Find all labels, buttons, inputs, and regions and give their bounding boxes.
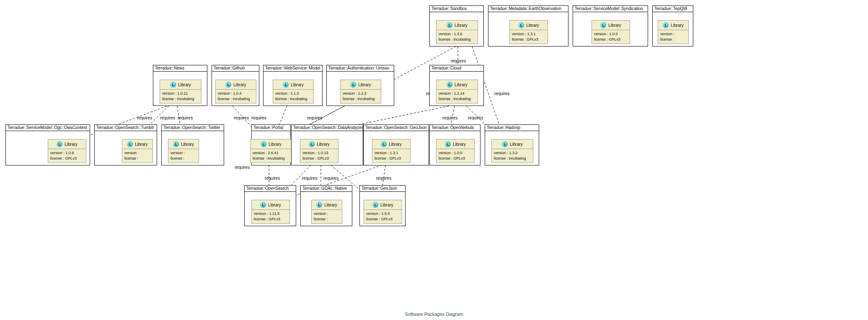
requires-label: requires [323,176,338,181]
library-icon: L [445,141,451,147]
library-icon: L [260,202,266,208]
package-title: Terradue::Authentication::Umsso [327,65,394,72]
library-label: Library [181,142,194,147]
diagram-canvas: requires requires requires requires requ… [0,0,868,320]
library-icon: L [316,202,322,208]
library-label: Library [269,142,282,147]
package-news[interactable]: Terradue::News LLibrary version : 1.0.11… [153,65,207,106]
library-box[interactable]: LLibrary version : 1.2.14license : incub… [436,80,478,103]
library-box[interactable]: LLibrary version : 1.0.13license : GPLv3 [300,139,338,163]
package-title: Terradue::GeoJson [360,186,405,192]
library-label: Library [324,203,337,207]
library-icon: L [283,82,289,88]
package-title: Terradue::ServiceModel::Syndication [573,6,648,12]
package-osgeojson[interactable]: Terradue::OpenSearch::GeoJson LLibrary v… [363,124,429,165]
library-box[interactable]: LLibrary version : 1.0.0license : GPLv3 [436,139,475,163]
package-title: Terradue::Sandbox [430,6,483,12]
package-tumblr[interactable]: Terradue::OpenSearch::Tumblr LLibrary ve… [94,124,157,165]
library-label: Library [389,142,402,147]
library-box[interactable]: LLibrary version : 1.1.3license : incuba… [273,80,314,103]
library-icon: L [518,22,524,28]
package-title: Terradue::ServiceModel::Ogc::OwsContext [6,125,90,131]
package-geojson[interactable]: Terradue::GeoJson LLibrary version : 1.5… [359,185,406,226]
package-title: Terradue::Cloud [430,65,483,72]
library-icon: L [447,82,452,88]
package-title: Terradue::Github [212,65,259,72]
library-icon: L [261,141,266,147]
requires-label: requires [302,176,317,181]
package-title: Terradue::OpenSearch::Twitter [162,125,224,131]
requires-label: requires [265,176,280,181]
library-box[interactable]: LLibrary version : 1.11.5license : GPLv3 [251,200,290,224]
library-label: Library [453,142,466,147]
package-hadoop[interactable]: Terradue::Hadoop LLibrary version : 1.3.… [485,124,539,165]
library-box[interactable]: LLibrary version : 1.3.2license : incuba… [491,139,533,163]
package-tepqw[interactable]: Terradue::TepQW LLibrary version : licen… [652,5,693,46]
library-label: Library [135,142,148,147]
requires-label: requires [235,165,250,170]
library-icon: L [372,202,378,208]
requires-label: requires [442,116,457,120]
requires-label: requires [251,116,266,120]
library-icon: L [225,82,231,88]
library-label: Library [178,83,191,87]
package-dataanalyzer[interactable]: Terradue::OpenSearch::DataAnalyzer LLibr… [291,124,363,165]
requires-label: requires [234,116,249,120]
package-owscontext[interactable]: Terradue::ServiceModel::Ogc::OwsContext … [5,124,90,165]
package-title: Terradue::OpenSearch::GeoJson [364,125,429,131]
library-box[interactable]: LLibrary version : 1.0.6license : GPLv3 [48,139,86,163]
package-github[interactable]: Terradue::Github LLibrary version : 1.0.… [212,65,259,106]
library-icon: L [600,22,606,28]
library-box[interactable]: LLibrary version : license : [168,139,199,163]
library-label: Library [608,23,621,28]
library-box[interactable]: LLibrary version : 1.3.1license : GPLv3 [372,139,411,163]
library-icon: L [381,141,387,147]
package-opennebula[interactable]: Terradue::OpenNebula LLibrary version : … [429,124,480,165]
package-webservice[interactable]: Terradue::WebService::Model LLibrary ver… [263,65,323,106]
package-gdalnative[interactable]: Terradue::GDAL::Native LLibrary version … [300,185,352,226]
library-box[interactable]: LLibrary version : 1.3.1license : GPLv3 [509,20,548,44]
library-icon: L [502,141,508,147]
package-metadata[interactable]: Terradue::Metadata::EarthObservation LLi… [488,5,568,46]
library-box[interactable]: LLibrary version : 1.2.3license : incuba… [340,80,381,103]
package-title: Terradue::OpenNebula [430,125,480,131]
package-sandbox[interactable]: Terradue::Sandbox LLibrary version : 1.3… [429,5,484,46]
library-label: Library [358,83,371,87]
package-cloud[interactable]: Terradue::Cloud LLibrary version : 1.2.1… [429,65,484,106]
library-icon: L [170,82,176,88]
requires-label: requires [494,91,509,96]
library-icon: L [350,82,356,88]
library-label: Library [65,142,78,147]
library-label: Library [526,23,539,28]
library-box[interactable]: LLibrary version : license : [122,139,153,163]
library-icon: L [663,22,669,28]
library-label: Library [233,83,246,87]
library-icon: L [57,141,62,147]
requires-label: requires [137,116,152,120]
library-box[interactable]: LLibrary version : license : [311,200,342,224]
library-box[interactable]: LLibrary version : 1.5.5license : GPLv3 [364,200,402,224]
library-box[interactable]: LLibrary version : 1.3.6license : incuba… [436,20,478,44]
library-box[interactable]: LLibrary version : 1.0.11license : incub… [160,80,202,103]
package-title: Terradue::Hadoop [485,125,539,131]
library-label: Library [291,83,304,87]
library-icon: L [173,141,179,147]
package-syndication[interactable]: Terradue::ServiceModel::Syndication LLib… [573,5,648,46]
diagram-caption: Software Packages Diagram [0,312,868,317]
requires-label: requires [178,116,193,120]
package-portal[interactable]: Terradue::Portal LLibrary version : 2.6.… [251,124,291,165]
library-label: Library [510,142,523,147]
library-box[interactable]: LLibrary version : license : [658,20,689,44]
library-label: Library [380,203,393,207]
library-box[interactable]: LLibrary version : 1.0.0license : GPLv3 [592,20,630,44]
library-box[interactable]: LLibrary version : 1.0.4license : incuba… [215,80,256,103]
package-title: Terradue::Portal [252,125,290,131]
package-twitter[interactable]: Terradue::OpenSearch::Twitter LLibrary v… [161,124,224,165]
package-title: Terradue::TepQW [653,6,693,12]
package-title: Terradue::WebService::Model [264,65,322,72]
library-icon: L [127,141,133,147]
library-box[interactable]: LLibrary version : 2.6.41license : incub… [250,139,292,163]
package-umsso[interactable]: Terradue::Authentication::Umsso LLibrary… [326,65,394,106]
package-opensearch[interactable]: Terradue::OpenSearch LLibrary version : … [244,185,296,226]
library-label: Library [671,23,684,28]
